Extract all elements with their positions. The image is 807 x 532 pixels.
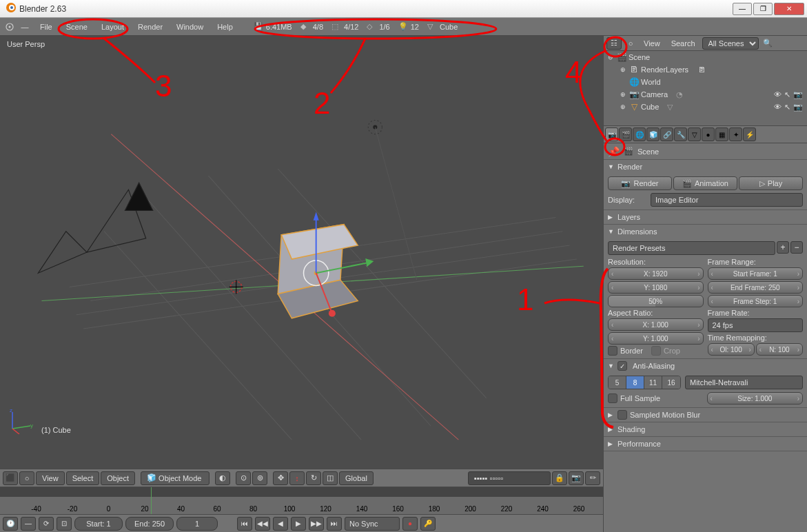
- outliner-menu-view[interactable]: View: [640, 37, 664, 50]
- timeline-range-icon[interactable]: ⊡: [57, 517, 72, 531]
- outliner-collapse-icon[interactable]: ○: [624, 37, 637, 50]
- resolution-percentage[interactable]: 50%: [608, 295, 704, 307]
- props-object-tab[interactable]: 🧊: [646, 127, 660, 141]
- remap-old[interactable]: Ol: 100: [708, 343, 755, 356]
- outliner-filter[interactable]: All Scenes: [702, 37, 759, 50]
- play-button[interactable]: ▷Play: [739, 176, 803, 190]
- render-presets-dropdown[interactable]: Render Presets: [608, 241, 775, 255]
- keyframe-prev-icon[interactable]: ◀◀: [255, 517, 270, 531]
- panel-shading-header[interactable]: ▶Shading: [604, 422, 807, 436]
- play-icon[interactable]: ▶: [291, 517, 306, 531]
- panel-antialias-header[interactable]: ▼Anti-Aliasing: [604, 359, 807, 373]
- render-preview-icon[interactable]: 📷: [569, 471, 584, 485]
- menu-layout[interactable]: Layout: [94, 19, 131, 35]
- outliner[interactable]: ⊖ 🎬 Scene ⊕ 🖹 RenderLayers 🖹 🌐 World ⊕ 📷…: [604, 51, 807, 125]
- outliner-search-icon[interactable]: 🔍: [762, 37, 774, 50]
- aa-filter-dropdown[interactable]: Mitchell-Netravali: [685, 376, 803, 389]
- full-sample-checkbox[interactable]: [608, 393, 617, 403]
- props-render-tab[interactable]: 📷: [605, 127, 618, 141]
- panel-performance-header[interactable]: ▶Performance: [604, 437, 807, 451]
- aa-5[interactable]: 5: [609, 376, 626, 389]
- props-world-tab[interactable]: 🌐: [633, 127, 646, 141]
- visibility-icon[interactable]: 👁: [774, 90, 782, 99]
- gpencil-icon[interactable]: ✏: [585, 471, 600, 485]
- props-material-tab[interactable]: ●: [702, 127, 715, 141]
- keyframe-next-icon[interactable]: ▶▶: [309, 517, 324, 531]
- viewport-menu-object[interactable]: Object: [101, 471, 135, 485]
- orientation-select[interactable]: Global: [339, 471, 374, 485]
- pivot-individual-icon[interactable]: ⊚: [252, 471, 267, 485]
- menu-help[interactable]: Help: [210, 19, 240, 35]
- resolution-x[interactable]: X: 1920: [608, 267, 704, 280]
- expander-icon[interactable]: ⊕: [619, 91, 627, 98]
- props-scene-tab[interactable]: 🎬: [619, 127, 632, 141]
- shading-mode-icon[interactable]: ◐: [215, 471, 230, 485]
- lock-camera-icon[interactable]: 🔒: [552, 471, 567, 485]
- keying-set-icon[interactable]: 🔑: [420, 517, 436, 531]
- collapse-menus-icon[interactable]: —: [18, 20, 32, 34]
- scale-manipulator-icon[interactable]: ◫: [323, 471, 338, 485]
- props-physics-tab[interactable]: ⚡: [743, 127, 756, 141]
- panel-motion-blur-header[interactable]: ▶Sampled Motion Blur: [604, 408, 807, 422]
- visibility-icon[interactable]: 👁: [774, 103, 782, 112]
- editor-type-icon[interactable]: [3, 20, 17, 34]
- maximize-button[interactable]: ❐: [753, 3, 773, 15]
- aa-8[interactable]: 8: [626, 376, 644, 389]
- panel-dimensions-header[interactable]: ▼Dimensions: [604, 225, 807, 238]
- timeline-collapse-icon[interactable]: —: [21, 517, 36, 531]
- manipulator-toggle-icon[interactable]: ✥: [273, 471, 288, 485]
- menu-scene[interactable]: Scene: [59, 19, 94, 35]
- menu-file[interactable]: File: [33, 19, 59, 35]
- props-data-tab[interactable]: ▽: [688, 127, 701, 141]
- editor-type-viewport-icon[interactable]: ⬛: [3, 471, 18, 485]
- jump-start-icon[interactable]: ⏮: [237, 517, 252, 531]
- select-icon[interactable]: ↖: [784, 103, 790, 112]
- start-frame[interactable]: Start Frame: 1: [708, 267, 804, 280]
- panel-render-header[interactable]: ▼Render: [604, 160, 807, 174]
- minimize-button[interactable]: —: [733, 3, 752, 15]
- viewport-menu-view[interactable]: View: [36, 471, 65, 485]
- 3d-viewport[interactable]: User Persp: [0, 36, 603, 469]
- translate-manipulator-icon[interactable]: ↕: [289, 471, 305, 485]
- timeline[interactable]: -40 -20 0 20 40 60 80 100 120 140 160 18…: [0, 487, 603, 514]
- render-icon[interactable]: 📷: [793, 103, 803, 112]
- props-particles-tab[interactable]: ✦: [729, 127, 742, 141]
- props-modifiers-tab[interactable]: 🔧: [674, 127, 687, 141]
- auto-key-icon[interactable]: ●: [402, 517, 418, 531]
- select-icon[interactable]: ↖: [784, 90, 790, 99]
- resolution-y[interactable]: Y: 1080: [608, 281, 704, 294]
- play-reverse-icon[interactable]: ◀: [273, 517, 288, 531]
- aa-filter-size[interactable]: Size: 1.000: [707, 392, 804, 405]
- outliner-menu-search[interactable]: Search: [667, 37, 699, 50]
- editor-type-outliner-icon[interactable]: ☷: [606, 37, 622, 50]
- layers-buttons[interactable]: ▪▪▪▪▪ ▫▫▫▫▫: [468, 471, 551, 485]
- expander-icon[interactable]: ⊕: [619, 66, 627, 73]
- render-button[interactable]: 📷Render: [608, 176, 672, 190]
- menu-window[interactable]: Window: [170, 19, 210, 35]
- props-texture-tab[interactable]: ▦: [715, 127, 728, 141]
- timeline-sync-icon[interactable]: ⟳: [39, 517, 54, 531]
- pivot-point-icon[interactable]: ⊙: [236, 471, 251, 485]
- fps-dropdown[interactable]: 24 fps: [708, 318, 804, 332]
- mode-selector[interactable]: 🧊 Object Mode: [141, 471, 210, 485]
- pin-icon[interactable]: 📌: [608, 146, 620, 157]
- collapse-icon[interactable]: ○: [19, 471, 34, 485]
- frame-end[interactable]: End: 250: [125, 517, 174, 531]
- viewport-menu-select[interactable]: Select: [66, 471, 100, 485]
- antialias-checkbox[interactable]: [617, 361, 627, 371]
- playhead[interactable]: [151, 487, 152, 514]
- editor-type-timeline-icon[interactable]: 🕐: [3, 517, 18, 531]
- frame-current[interactable]: 1: [176, 517, 218, 531]
- aa-11[interactable]: 11: [644, 376, 662, 389]
- sync-dropdown[interactable]: No Sync: [345, 517, 400, 531]
- panel-layers-header[interactable]: ▶Layers: [604, 210, 807, 224]
- preset-remove-button[interactable]: −: [790, 241, 803, 254]
- render-icon[interactable]: 📷: [793, 90, 803, 99]
- expander-icon[interactable]: ⊕: [619, 103, 627, 110]
- border-checkbox[interactable]: [608, 346, 617, 356]
- frame-start[interactable]: Start: 1: [74, 517, 123, 531]
- rotate-manipulator-icon[interactable]: ↻: [306, 471, 321, 485]
- remap-new[interactable]: N: 100: [756, 343, 803, 356]
- aspect-x[interactable]: X: 1.000: [608, 318, 704, 331]
- display-dropdown[interactable]: Image Editor: [651, 193, 803, 207]
